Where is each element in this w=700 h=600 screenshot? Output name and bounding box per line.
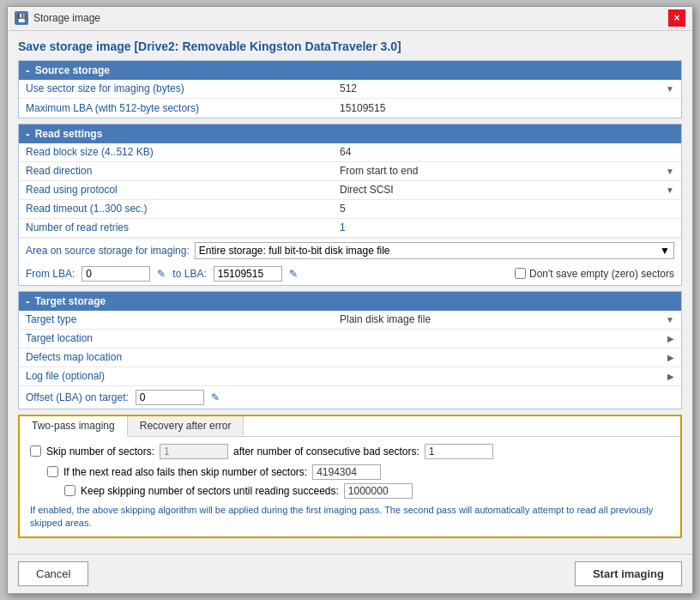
page-title: Save storage image [Drive2: Removable Ki… bbox=[18, 39, 682, 53]
dropdown-arrow-0[interactable]: ▼ bbox=[662, 84, 678, 94]
after-value-input[interactable] bbox=[425, 444, 493, 459]
main-window: 💾 Storage image × Save storage image [Dr… bbox=[7, 6, 693, 595]
read-value-4: 1 bbox=[336, 219, 681, 236]
read-row-2: Read using protocol Direct SCSI ▼ bbox=[19, 181, 681, 200]
read-value-text-1: From start to end bbox=[340, 165, 662, 177]
to-lba-input[interactable] bbox=[214, 266, 282, 282]
target-row-2: Defects map location ▶ bbox=[19, 348, 681, 367]
area-dropdown-value: Entire storage: full bit-to-bit disk ima… bbox=[199, 245, 390, 257]
read-label-0: Read block size (4..512 KB) bbox=[19, 143, 336, 161]
skip-checkbox[interactable] bbox=[30, 445, 41, 457]
target-expand-arrow-3[interactable]: ▶ bbox=[664, 372, 678, 381]
skip-row: Skip number of sectors: after number of … bbox=[30, 444, 670, 459]
target-storage-section: - Target storage Target type Plain disk … bbox=[18, 291, 682, 409]
cancel-button[interactable]: Cancel bbox=[18, 561, 88, 586]
read-label-3: Read timeout (1..300 sec.) bbox=[19, 200, 336, 217]
target-value-text-0: Plain disk image file bbox=[340, 313, 431, 325]
title-bar-left: 💾 Storage image bbox=[15, 11, 100, 25]
source-label-1: Maximum LBA (with 512-byte sectors) bbox=[19, 100, 336, 117]
target-row-1: Target location ▶ bbox=[19, 330, 681, 348]
next-read-input[interactable] bbox=[312, 464, 381, 480]
from-lba-edit-icon[interactable]: ✎ bbox=[157, 268, 166, 280]
read-value-text-0: 64 bbox=[340, 146, 678, 158]
target-storage-body: Target type Plain disk image file ▼ Targ… bbox=[19, 311, 681, 409]
collapse-read-icon[interactable]: - bbox=[26, 127, 30, 141]
area-label: Area on source storage for imaging: bbox=[26, 245, 190, 257]
window-content: Save storage image [Drive2: Removable Ki… bbox=[8, 31, 692, 555]
after-label: after number of consecutive bad sectors: bbox=[233, 445, 419, 458]
keep-skipping-row: Keep skipping number of sectors until re… bbox=[64, 483, 670, 499]
source-storage-header: - Source storage bbox=[19, 61, 681, 80]
next-read-row: If the next read also fails then skip nu… bbox=[47, 464, 670, 480]
read-value-text-4: 1 bbox=[340, 221, 678, 233]
read-value-text-3: 5 bbox=[340, 203, 678, 215]
target-label-2: Defects map location bbox=[19, 348, 336, 366]
target-dropdown-arrow-0[interactable]: ▼ bbox=[662, 315, 678, 324]
dont-save-text: Don't save empty (zero) sectors bbox=[529, 268, 674, 280]
collapse-target-icon[interactable]: - bbox=[26, 294, 30, 308]
read-label-4: Number of read retries bbox=[19, 219, 336, 236]
app-icon: 💾 bbox=[15, 11, 28, 25]
to-lba-edit-icon[interactable]: ✎ bbox=[289, 268, 298, 280]
area-dropdown-arrow: ▼ bbox=[660, 245, 670, 257]
footer: Cancel Start imaging bbox=[8, 554, 692, 593]
tabs-header: Two-pass imaging Recovery after error bbox=[20, 416, 680, 437]
source-storage-label: Source storage bbox=[35, 64, 110, 76]
read-row-0: Read block size (4..512 KB) 64 bbox=[19, 143, 681, 162]
tabs-section: Two-pass imaging Recovery after error Sk… bbox=[18, 415, 682, 539]
tab-recovery[interactable]: Recovery after error bbox=[128, 416, 244, 436]
read-row-3: Read timeout (1..300 sec.) 5 bbox=[19, 200, 681, 219]
title-bar: 💾 Storage image × bbox=[8, 7, 692, 31]
read-settings-section: - Read settings Read block size (4..512 … bbox=[18, 124, 682, 286]
keep-skipping-label: Keep skipping number of sectors until re… bbox=[81, 485, 339, 497]
read-row-4: Number of read retries 1 bbox=[19, 219, 681, 238]
read-value-1: From start to end ▼ bbox=[336, 162, 681, 179]
read-value-0: 64 bbox=[336, 143, 681, 161]
tab-two-pass[interactable]: Two-pass imaging bbox=[20, 416, 128, 437]
target-row-3: Log file (optional) ▶ bbox=[19, 367, 681, 386]
target-expand-arrow-2[interactable]: ▶ bbox=[664, 353, 678, 362]
offset-input[interactable] bbox=[136, 390, 204, 405]
next-read-checkbox[interactable] bbox=[47, 466, 58, 477]
app-icon-symbol: 💾 bbox=[16, 14, 27, 23]
skip-value-input[interactable] bbox=[160, 444, 228, 459]
keep-skipping-input[interactable] bbox=[344, 483, 413, 499]
source-storage-body: Use sector size for imaging (bytes) 512 … bbox=[19, 80, 681, 118]
target-value-2: ▶ bbox=[336, 350, 681, 365]
tabs-content: Skip number of sectors: after number of … bbox=[20, 437, 680, 537]
read-settings-body: Read block size (4..512 KB) 64 Read dire… bbox=[19, 143, 681, 285]
read-settings-label: Read settings bbox=[35, 128, 103, 140]
source-value-text-1: 15109515 bbox=[340, 102, 678, 114]
target-expand-arrow-1[interactable]: ▶ bbox=[664, 334, 678, 343]
target-storage-label: Target storage bbox=[35, 295, 106, 307]
read-value-text-2: Direct SCSI bbox=[340, 184, 662, 196]
target-value-1: ▶ bbox=[336, 331, 681, 346]
from-lba-label: From LBA: bbox=[26, 268, 75, 280]
target-label-3: Log file (optional) bbox=[19, 367, 336, 385]
source-value-1: 15109515 bbox=[336, 100, 681, 117]
lba-row: From LBA: ✎ to LBA: ✎ Don't save empty (… bbox=[19, 263, 681, 285]
area-row: Area on source storage for imaging: Enti… bbox=[19, 238, 681, 263]
target-row-0: Target type Plain disk image file ▼ bbox=[19, 311, 681, 330]
dont-save-label[interactable]: Don't save empty (zero) sectors bbox=[515, 268, 674, 280]
area-dropdown[interactable]: Entire storage: full bit-to-bit disk ima… bbox=[195, 242, 674, 259]
read-row-1: Read direction From start to end ▼ bbox=[19, 162, 681, 181]
target-value-3: ▶ bbox=[336, 369, 681, 384]
target-value-0: Plain disk image file ▼ bbox=[336, 311, 681, 328]
close-button[interactable]: × bbox=[668, 9, 685, 27]
start-imaging-button[interactable]: Start imaging bbox=[575, 561, 682, 586]
offset-edit-icon[interactable]: ✎ bbox=[211, 391, 220, 403]
next-read-label: If the next read also fails then skip nu… bbox=[63, 466, 307, 478]
source-row-1: Maximum LBA (with 512-byte sectors) 1510… bbox=[19, 99, 681, 118]
collapse-icon[interactable]: - bbox=[26, 64, 30, 77]
from-lba-input[interactable] bbox=[81, 266, 150, 282]
dropdown-arrow-1[interactable]: ▼ bbox=[662, 167, 678, 176]
target-storage-header: - Target storage bbox=[19, 292, 681, 311]
keep-skipping-checkbox[interactable] bbox=[64, 485, 75, 496]
source-row-0: Use sector size for imaging (bytes) 512 … bbox=[19, 80, 681, 99]
dont-save-checkbox[interactable] bbox=[515, 268, 526, 279]
read-value-2: Direct SCSI ▼ bbox=[336, 181, 681, 198]
dropdown-arrow-2[interactable]: ▼ bbox=[662, 185, 678, 195]
source-label-0: Use sector size for imaging (bytes) bbox=[19, 80, 336, 97]
source-value-text-0: 512 bbox=[340, 82, 662, 94]
